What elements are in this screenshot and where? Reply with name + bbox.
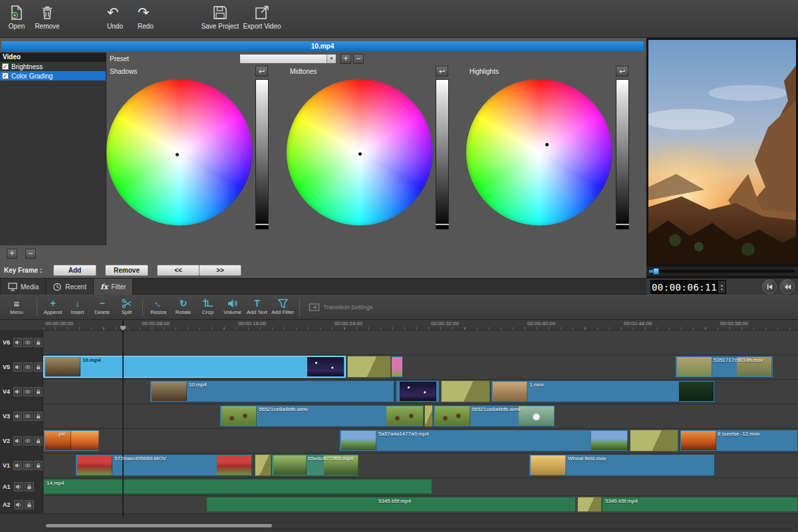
preset-dropdown[interactable]: ▼ [239, 54, 336, 64]
menu-button[interactable]: ≡ Menu [0, 295, 33, 319]
split-button[interactable]: Split [114, 295, 139, 319]
clip-5345 b5f.mp4[interactable]: 5345 b5f.mp4 [602, 497, 798, 512]
playhead[interactable] [122, 320, 124, 517]
clip-8 sunrise -12.mov[interactable]: 8 sunrise -12.mov [680, 430, 798, 452]
highlights-reset-button[interactable]: ↩ [616, 66, 628, 76]
shadows-slider-handle[interactable] [255, 223, 269, 225]
speaker-icon[interactable] [13, 436, 22, 446]
seek-track[interactable] [649, 270, 795, 273]
seek-handle[interactable] [653, 268, 659, 275]
eye-icon[interactable] [23, 412, 32, 421]
tab-recent[interactable]: Recent [46, 279, 94, 295]
lock-icon[interactable] [34, 412, 43, 421]
clip-5a57a4a1477a9.mp4[interactable]: 5a57a4a1477a9.mp4 [339, 430, 628, 452]
effect-item-color-grading[interactable]: ✓ Color Grading [0, 71, 106, 80]
track-lane-v3[interactable]: 56521ce8a4bfb.wmv56521ce8a4bfb.wmv [43, 404, 798, 428]
track-lane-a1[interactable]: 14.mp4 [43, 478, 798, 495]
track-lane-v1[interactable]: 5729aec495689.MOV65edc4c72f6b.mp4Wheat f… [43, 454, 798, 477]
export-video-button[interactable]: Export Video [241, 5, 283, 30]
rewind-button[interactable] [780, 279, 795, 294]
scrollbar-thumb[interactable] [46, 524, 272, 527]
add-filter-button[interactable]: Add Filter [269, 295, 296, 319]
eye-icon[interactable] [23, 461, 32, 470]
redo-button[interactable]: ↷ Redo [130, 5, 161, 30]
clip-5729aec495689.MOV[interactable]: 5729aec495689.MOV [75, 454, 253, 476]
track-lane-v5[interactable]: 10.mp45351717c9014b.mov [43, 355, 798, 379]
midtones-reset-button[interactable]: ↩ [436, 66, 448, 76]
delete-button[interactable]: − Delete [90, 295, 114, 319]
lock-icon[interactable] [34, 436, 43, 446]
eye-icon[interactable] [23, 362, 32, 372]
clip-..pic[interactable]: ..pic [43, 430, 100, 452]
lock-icon[interactable] [34, 387, 43, 396]
volume-button[interactable]: Volume [220, 295, 245, 319]
keyframe-prev-button[interactable]: << [157, 265, 200, 276]
open-button[interactable]: Open [1, 5, 32, 30]
timeline-scrollbar[interactable] [43, 523, 797, 529]
lock-icon[interactable] [25, 482, 34, 491]
highlights-color-wheel[interactable] [466, 79, 612, 225]
seek-bar[interactable] [646, 267, 798, 276]
eye-icon[interactable] [23, 387, 32, 396]
clip-10.mp4[interactable]: 10.mp4 [43, 356, 346, 378]
midtones-wheel-cursor[interactable] [358, 152, 362, 156]
tab-media[interactable]: Media [1, 279, 46, 295]
clip-transition[interactable] [630, 430, 678, 452]
shadows-reset-button[interactable]: ↩ [255, 66, 268, 76]
speaker-icon[interactable] [13, 412, 22, 421]
eye-icon[interactable] [23, 338, 32, 347]
effect-item-brightness[interactable]: ✓ Brightness [0, 62, 106, 71]
undo-button[interactable]: ↶ Undo [100, 5, 130, 30]
track-lane-v4[interactable]: 10.mp41.mov [43, 380, 798, 404]
crop-button[interactable]: Crop [196, 295, 220, 319]
clip-1.mov[interactable]: 1.mov [491, 380, 715, 402]
clip-video[interactable] [391, 356, 403, 378]
clip-transition[interactable] [441, 380, 490, 402]
rotate-button[interactable]: ↻ Rotate [171, 295, 196, 319]
preset-add-button[interactable]: + [340, 54, 351, 64]
highlights-wheel-cursor[interactable] [545, 143, 549, 146]
add-text-button[interactable]: T Add Text [245, 295, 269, 319]
speaker-icon[interactable] [14, 500, 23, 509]
effect-add-button[interactable]: + [7, 249, 17, 259]
transition-settings-button[interactable]: Transition Settings [303, 303, 378, 312]
track-lane-v6[interactable] [43, 331, 798, 354]
speaker-icon[interactable] [13, 338, 22, 347]
track-lane-a2[interactable]: 5345 b5f.mp45345 b5f.mp4 [43, 496, 798, 513]
midtones-luma-slider[interactable] [436, 79, 449, 229]
clip-transition[interactable] [347, 356, 391, 378]
append-button[interactable]: + Append [41, 295, 65, 319]
clip-video[interactable] [396, 380, 440, 402]
clip-transition[interactable] [255, 454, 271, 476]
clip-56521ce8a4bfb.wmv[interactable]: 56521ce8a4bfb.wmv [219, 405, 424, 427]
clip-transition[interactable] [577, 497, 602, 512]
color-grading-checkbox[interactable]: ✓ [2, 72, 9, 79]
clip-5351717c9014b.mov[interactable]: 5351717c9014b.mov [675, 356, 773, 378]
clip-14.mp4[interactable]: 14.mp4 [43, 479, 432, 494]
timecode-display[interactable]: 00:00:06:11 ▲▼ [650, 280, 726, 294]
remove-button[interactable]: Remove [32, 5, 63, 30]
speaker-icon[interactable] [13, 461, 22, 470]
lock-icon[interactable] [25, 500, 34, 509]
lock-icon[interactable] [34, 461, 43, 470]
preset-delete-button[interactable]: − [353, 54, 364, 64]
clip-56521ce8a4bfb.wmv[interactable]: 56521ce8a4bfb.wmv [433, 405, 555, 427]
resize-button[interactable]: ↔ Resize [146, 295, 171, 319]
previous-frame-button[interactable] [762, 279, 777, 294]
shadows-color-wheel[interactable] [106, 79, 253, 225]
clip-Wheat field.mov[interactable]: Wheat field.mov [529, 454, 715, 476]
eye-icon[interactable] [23, 436, 32, 446]
lock-icon[interactable] [34, 338, 43, 347]
tab-filter[interactable]: fx Filter [94, 279, 134, 295]
clip-5345 b5f.mp4[interactable]: 5345 b5f.mp4 [206, 497, 576, 512]
spinner-down-icon[interactable]: ▼ [720, 287, 724, 291]
shadows-wheel-cursor[interactable] [176, 153, 179, 156]
effect-remove-button[interactable]: − [25, 249, 36, 259]
timeline-ruler[interactable]: 00:00:00:0000:00:08:0000:00:16:0000:00:2… [0, 320, 798, 331]
clip-65edc4c72f6b.mp4[interactable]: 65edc4c72f6b.mp4 [271, 454, 359, 476]
shadows-luma-slider[interactable] [255, 79, 269, 229]
clip-10.mp4[interactable]: 10.mp4 [150, 380, 394, 402]
clip-transition[interactable] [424, 405, 433, 427]
insert-button[interactable]: ↓ Insert [65, 295, 90, 319]
midtones-color-wheel[interactable] [287, 79, 433, 225]
